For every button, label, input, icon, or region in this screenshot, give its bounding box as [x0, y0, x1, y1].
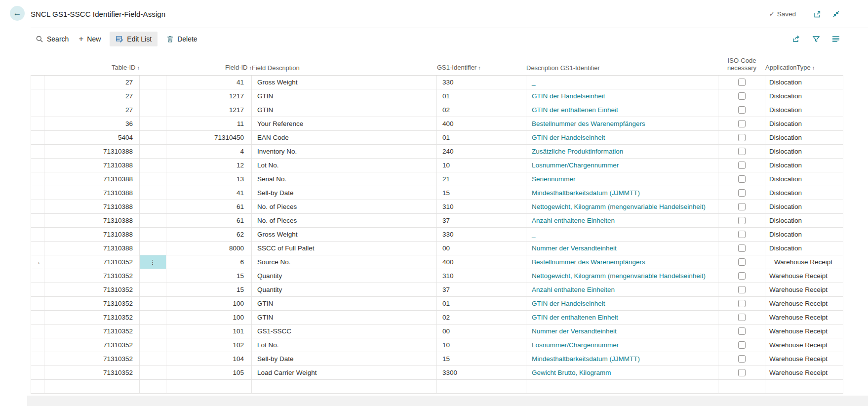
- cell-field-id[interactable]: 15: [166, 283, 252, 296]
- table-row[interactable]: → 71310352 ⋮ 104 Sell-by Date 15 Mindest…: [31, 352, 843, 366]
- cell-gs1-description[interactable]: GTIN der Handelseinheit: [526, 89, 718, 103]
- cell-table-id[interactable]: 71310388: [44, 242, 140, 255]
- cell-gs1-description[interactable]: Nummer der Versandteinheit: [526, 242, 718, 255]
- cell-gs1-identifier[interactable]: [437, 380, 526, 393]
- cell-gs1-identifier[interactable]: 37: [437, 214, 526, 227]
- cell-gs1-description[interactable]: GTIN der enthaltenen Einheit: [526, 311, 718, 324]
- cell-gs1-identifier[interactable]: 400: [437, 117, 526, 130]
- iso-code-checkbox[interactable]: [738, 92, 746, 100]
- table-row[interactable]: [31, 380, 843, 394]
- column-header-field_id[interactable]: Field-ID↑: [166, 49, 252, 75]
- cell-application-type[interactable]: Dislocation: [765, 159, 843, 172]
- iso-code-checkbox[interactable]: [738, 134, 746, 141]
- cell-field-description[interactable]: Serial No.: [252, 172, 437, 186]
- row-options-cell[interactable]: ⋮: [140, 186, 166, 200]
- row-options-cell[interactable]: ⋮: [140, 76, 166, 89]
- cell-field-id[interactable]: 61: [166, 214, 252, 227]
- cell-field-description[interactable]: No. of Pieces: [252, 214, 437, 227]
- cell-field-id[interactable]: 15: [166, 269, 252, 283]
- cell-field-id[interactable]: 102: [166, 338, 252, 352]
- cell-field-description[interactable]: Quantity: [252, 283, 437, 296]
- gs1-description-link[interactable]: GTIN der Handelseinheit: [532, 300, 605, 307]
- cell-gs1-identifier[interactable]: 21: [437, 172, 526, 186]
- cell-application-type[interactable]: Warehouse Receipt: [765, 297, 843, 310]
- cell-table-id[interactable]: [44, 380, 140, 393]
- iso-code-checkbox[interactable]: [738, 327, 746, 335]
- row-options-cell[interactable]: ⋮: [140, 117, 166, 130]
- cell-field-description[interactable]: GTIN: [252, 311, 437, 324]
- cell-table-id[interactable]: 71310352: [44, 297, 140, 310]
- row-options-cell[interactable]: ⋮: [140, 352, 166, 365]
- row-options-cell[interactable]: ⋮: [140, 311, 166, 324]
- gs1-description-link[interactable]: Nummer der Versandteinheit: [532, 327, 617, 335]
- gs1-description-link[interactable]: _: [532, 231, 536, 238]
- gs1-description-link[interactable]: Nettogewicht, Kilogramm (mengenvariable …: [532, 203, 706, 210]
- cell-application-type[interactable]: Warehouse Receipt: [765, 283, 843, 296]
- row-options-cell[interactable]: ⋮: [140, 366, 166, 379]
- cell-field-id[interactable]: 1217: [166, 89, 252, 103]
- share-icon[interactable]: [792, 35, 801, 43]
- cell-field-id[interactable]: 41: [166, 186, 252, 200]
- cell-gs1-identifier[interactable]: 400: [437, 255, 526, 269]
- cell-gs1-identifier[interactable]: 330: [437, 76, 526, 89]
- cell-table-id[interactable]: 71310352: [44, 255, 140, 269]
- gs1-description-link[interactable]: Bestellnummer des Warenempfängers: [532, 258, 645, 266]
- row-options-cell[interactable]: ⋮: [140, 283, 166, 296]
- row-options-cell[interactable]: ⋮: [140, 89, 166, 103]
- cell-field-description[interactable]: Sell-by Date: [252, 352, 437, 365]
- table-row[interactable]: → 36 ⋮ 11 Your Reference 400 Bestellnumm…: [31, 117, 843, 131]
- iso-code-checkbox[interactable]: [738, 258, 746, 266]
- table-row[interactable]: → 27 ⋮ 1217 GTIN 02 GTIN der enthaltenen…: [31, 103, 843, 117]
- cell-application-type[interactable]: Warehouse Receipt: [765, 366, 843, 379]
- cell-table-id[interactable]: 27: [44, 76, 140, 89]
- row-context-menu-icon[interactable]: ⋮: [150, 258, 157, 266]
- gs1-description-link[interactable]: GTIN der Handelseinheit: [532, 92, 605, 100]
- cell-gs1-description[interactable]: [526, 380, 718, 393]
- cell-application-type[interactable]: Dislocation: [765, 172, 843, 186]
- cell-field-description[interactable]: Gross Weight: [252, 228, 437, 241]
- cell-field-description[interactable]: GTIN: [252, 89, 437, 103]
- cell-field-id[interactable]: 4: [166, 145, 252, 158]
- cell-gs1-description[interactable]: GTIN der enthaltenen Einheit: [526, 103, 718, 117]
- cell-gs1-description[interactable]: Gewicht Brutto, Kilogramm: [526, 366, 718, 379]
- table-row[interactable]: → 71310388 ⋮ 41 Sell-by Date 15 Mindesth…: [31, 186, 843, 200]
- cell-table-id[interactable]: 71310352: [44, 269, 140, 283]
- row-options-cell[interactable]: ⋮: [140, 145, 166, 158]
- gs1-description-link[interactable]: Mindesthaltbarkeitsdatum (JJMMTT): [532, 355, 640, 363]
- cell-gs1-identifier[interactable]: 00: [437, 242, 526, 255]
- table-row[interactable]: → 27 ⋮ 41 Gross Weight 330 _ Dislocation: [31, 76, 843, 89]
- cell-application-type[interactable]: Dislocation: [765, 76, 843, 89]
- cell-gs1-description[interactable]: GTIN der Handelseinheit: [526, 297, 718, 310]
- iso-code-checkbox[interactable]: [738, 231, 746, 238]
- gs1-description-link[interactable]: Nummer der Versandteinheit: [532, 244, 617, 252]
- cell-table-id[interactable]: 27: [44, 103, 140, 117]
- iso-code-checkbox[interactable]: [738, 203, 746, 210]
- cell-table-id[interactable]: 5404: [44, 131, 140, 144]
- cell-gs1-identifier[interactable]: 15: [437, 352, 526, 365]
- row-options-cell[interactable]: ⋮: [140, 338, 166, 352]
- table-row[interactable]: → 71310388 ⋮ 8000 SSCC of Full Pallet 00…: [31, 242, 843, 255]
- cell-gs1-identifier[interactable]: 01: [437, 297, 526, 310]
- cell-gs1-identifier[interactable]: 01: [437, 89, 526, 103]
- cell-gs1-description[interactable]: Nettogewicht, Kilogramm (mengenvariable …: [526, 200, 718, 213]
- cell-gs1-description[interactable]: Losnummer/Chargennummer: [526, 159, 718, 172]
- cell-gs1-identifier[interactable]: 10: [437, 338, 526, 352]
- row-options-cell[interactable]: ⋮: [140, 242, 166, 255]
- iso-code-checkbox[interactable]: [738, 355, 746, 363]
- row-options-cell[interactable]: ⋮: [140, 103, 166, 117]
- cell-application-type[interactable]: Dislocation: [765, 186, 843, 200]
- cell-field-id[interactable]: 100: [166, 297, 252, 310]
- gs1-description-link[interactable]: Anzahl enthaltene Einheiten: [532, 286, 615, 293]
- iso-code-checkbox[interactable]: [738, 286, 746, 293]
- table-row[interactable]: → 71310352 ⋮ 100 GTIN 02 GTIN der enthal…: [31, 311, 843, 325]
- cell-field-description[interactable]: GTIN: [252, 103, 437, 117]
- gs1-description-link[interactable]: Anzahl enthaltene Einheiten: [532, 217, 615, 224]
- cell-application-type[interactable]: Dislocation: [765, 214, 843, 227]
- cell-field-description[interactable]: No. of Pieces: [252, 200, 437, 213]
- cell-gs1-description[interactable]: _: [526, 76, 718, 89]
- gs1-description-link[interactable]: Nettogewicht, Kilogramm (mengenvariable …: [532, 272, 706, 280]
- cell-application-type[interactable]: Warehouse Receipt: [765, 255, 843, 269]
- filter-icon[interactable]: [812, 35, 821, 43]
- cell-application-type[interactable]: [765, 380, 843, 393]
- table-row[interactable]: → 71310388 ⋮ 62 Gross Weight 330 _ Dislo…: [31, 228, 843, 242]
